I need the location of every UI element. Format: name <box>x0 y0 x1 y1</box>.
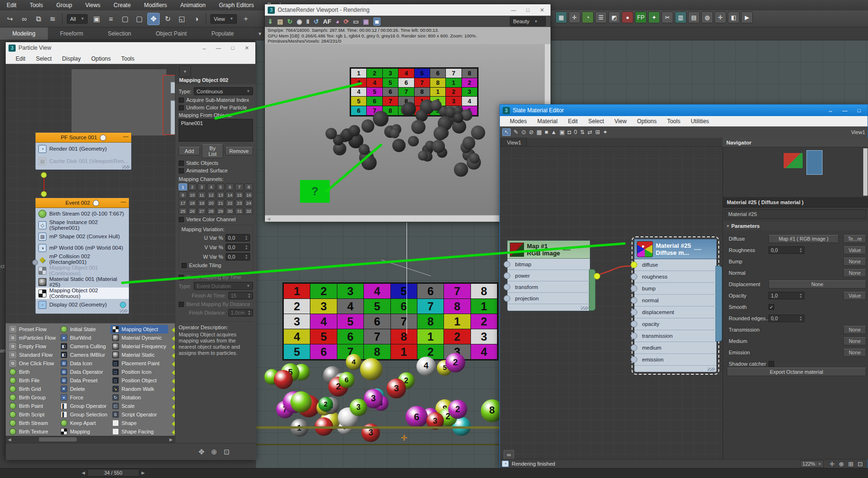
param-slot-button[interactable]: None <box>843 337 866 345</box>
v-var-spinner[interactable]: 0,0▲▼ <box>226 244 250 251</box>
depot-item-camera-culling[interactable]: Camera Culling <box>59 342 109 351</box>
depot-test-item[interactable] <box>169 402 175 410</box>
depot-item-group-selection[interactable]: Group Selection <box>59 410 109 419</box>
octane-toolbar-icon[interactable]: ↻ <box>287 18 292 25</box>
param-slot-button[interactable]: Value <box>843 292 866 300</box>
depot-scrollbar[interactable]: ◀ ▶ <box>6 436 175 443</box>
channel-button-16[interactable]: 16 <box>244 191 253 198</box>
parameters-rollout-header[interactable]: ▾Parameters <box>723 222 868 230</box>
depot-item-mapping[interactable]: Mapping <box>59 427 109 436</box>
toolbar-icon[interactable]: ◱ <box>176 13 188 25</box>
collapse-icon[interactable]: — <box>121 199 127 205</box>
next-frame-icon[interactable]: ▶ <box>140 470 146 475</box>
exclude-tiling-checkbox[interactable] <box>181 263 187 268</box>
static-objects-checkbox[interactable] <box>179 161 184 166</box>
slate-titlebar[interactable]: 3 Slate Material Editor ↔ — □ <box>500 105 868 116</box>
roughness-connector[interactable] <box>631 273 637 280</box>
status-icon[interactable]: ✛ <box>829 460 834 468</box>
depot-item-scale[interactable]: Scale <box>110 402 168 410</box>
zoom-icon[interactable]: ⊕ <box>211 448 217 456</box>
octane-toolbar-icon[interactable]: ⟳ <box>344 18 349 25</box>
toolbar-icon[interactable]: ▣ <box>90 13 103 25</box>
spinner-arrows-icon[interactable]: ▲▼ <box>245 254 248 260</box>
displacement-connector[interactable] <box>631 309 637 316</box>
depot-item-position-icon[interactable]: Position Icon <box>110 368 168 376</box>
octane-toolbar-icon[interactable]: ↺ <box>314 18 319 25</box>
channel-button-21[interactable]: 21 <box>217 199 225 207</box>
normal-connector[interactable] <box>631 297 637 304</box>
maximize-icon[interactable]: □ <box>522 7 533 13</box>
depot-item-birth[interactable]: Birth <box>8 368 58 376</box>
toolbar-icon[interactable]: ▢ <box>133 13 145 25</box>
status-icon[interactable]: ⊞ <box>848 460 853 468</box>
toolbar-icon[interactable]: ↻ <box>162 13 174 25</box>
channel-button-18[interactable]: 18 <box>188 199 197 207</box>
toolbar-icon[interactable]: ◑ <box>190 13 202 25</box>
depot-item-data-operator[interactable]: Data Operator <box>59 368 109 376</box>
dock-icon[interactable]: ↔ <box>199 45 210 51</box>
menu-modes[interactable]: Modes <box>505 118 532 125</box>
octane-toolbar-icon[interactable]: ▭ <box>353 18 359 25</box>
octane-titlebar[interactable]: 3 OctaneRender Viewport - Rendering — □ … <box>265 4 551 16</box>
slate-toolbar-icon[interactable]: ⇅ <box>580 129 585 135</box>
resize-grip[interactable] <box>581 307 588 310</box>
menu-edit[interactable]: Edit <box>10 55 31 62</box>
navigator-panel[interactable] <box>723 147 868 197</box>
depot-test-item[interactable] <box>169 325 175 334</box>
navigator-header[interactable]: Navigator <box>723 138 868 147</box>
tab-selection[interactable]: Selection <box>95 27 143 40</box>
diffuse-connector[interactable] <box>631 262 637 268</box>
event-node[interactable]: Event 002 — Birth Stream 002 (0-100 T:66… <box>35 198 129 314</box>
prev-frame-icon[interactable]: ◀ <box>81 470 86 475</box>
close-icon[interactable]: ✕ <box>241 45 253 51</box>
depot-item-birth-file[interactable]: Birth File <box>8 376 58 385</box>
toolbar-icon[interactable]: ✛ <box>714 11 726 23</box>
slate-toolbar-icon[interactable]: ▦ <box>536 129 542 135</box>
bitmap-connector[interactable] <box>504 261 510 268</box>
param-slot-button[interactable]: Value <box>843 246 866 254</box>
spinner-arrows-icon[interactable]: ▲▼ <box>799 247 802 253</box>
depot-item-preset-flow[interactable]: Preset Flow <box>8 325 58 334</box>
u-var-spinner[interactable]: 0,0▲▼ <box>226 234 250 242</box>
slate-toolbar-icon[interactable]: ▲ <box>551 129 557 135</box>
channel-button-20[interactable]: 20 <box>207 199 216 207</box>
frame-field[interactable]: 34 / 550 <box>87 469 139 477</box>
depot-item-script-operator[interactable]: Script Operator <box>110 410 168 419</box>
param-slot-button[interactable]: None <box>843 258 866 266</box>
menu-graph-editors[interactable]: Graph Editors <box>212 0 261 10</box>
channel-button-9[interactable]: 9 <box>179 191 187 198</box>
binoculars-icon[interactable]: ∞ <box>504 450 514 459</box>
param-slot-button[interactable]: Te...re <box>843 235 866 243</box>
pan-hand-icon[interactable]: ✥ <box>199 448 205 456</box>
toolbar-icon[interactable]: ∞ <box>18 13 30 25</box>
depot-item-one-click-flow[interactable]: One Click Flow <box>8 359 58 368</box>
channel-button-3[interactable]: 3 <box>198 183 206 190</box>
depot-item-material-frequency[interactable]: Material Frequency <box>110 342 168 351</box>
node-row-mp-collision-002[interactable]: mP Collision 002 (Rectangle001) <box>36 253 129 265</box>
object-name[interactable]: Plane001 <box>181 120 203 126</box>
wide-none-button[interactable]: None <box>769 280 866 289</box>
menu-view[interactable]: View <box>609 118 632 125</box>
reference-coordsys-dropdown[interactable]: View▼ <box>210 14 237 24</box>
toolbar-icon[interactable]: ▦ <box>555 11 567 23</box>
map-button[interactable]: Map #1 ( RGB image ) <box>769 235 839 243</box>
depot-test-item[interactable] <box>169 410 175 419</box>
object-listbox[interactable]: Plane001 <box>179 119 253 142</box>
minimize-icon[interactable]: — <box>213 45 224 51</box>
depot-item-birth-grid[interactable]: Birth Grid <box>8 385 58 393</box>
depot-item-keep-apart[interactable]: Keep Apart <box>59 419 109 427</box>
collapse-icon[interactable]: — <box>694 245 701 253</box>
toolbar-icon[interactable]: ≡ <box>105 13 117 25</box>
menu-group[interactable]: Group <box>50 0 79 10</box>
param-slot-button[interactable]: None <box>843 349 866 357</box>
toolbar-icon[interactable]: ↪ <box>4 13 16 25</box>
depot-item-birth-script[interactable]: Birth Script <box>8 410 58 419</box>
event-header[interactable]: Event 002 — <box>36 198 129 208</box>
slot-roughness[interactable]: roughness <box>634 271 716 283</box>
slot-transform[interactable]: transform <box>507 281 590 293</box>
scroll-left-icon[interactable]: ◀ <box>6 437 13 442</box>
slot-transmission[interactable]: transmission <box>634 330 716 342</box>
channel-button-26[interactable]: 26 <box>188 207 197 215</box>
tab-object-paint[interactable]: Object Paint <box>144 27 199 40</box>
particle-view-titlebar[interactable]: 3 Particle View ↔ — □ ✕ <box>6 42 255 54</box>
